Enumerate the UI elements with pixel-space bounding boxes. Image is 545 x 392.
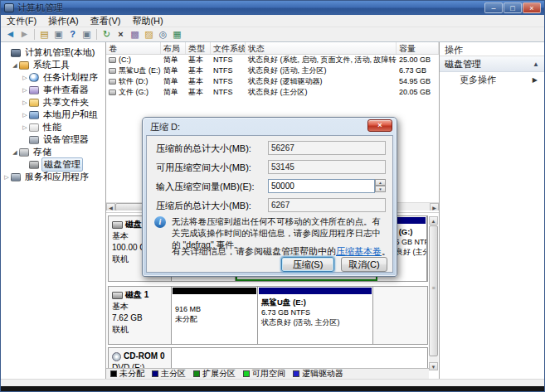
column-header-type[interactable]: 类型 (186, 42, 211, 54)
scrollbar-thumb[interactable]: ≡ (429, 225, 438, 356)
title-bar[interactable]: 计算机管理 – □ × (1, 1, 544, 15)
partition-legend: 未分配 主分区 扩展分区 可用空间 (106, 368, 429, 379)
device-manager-icon (29, 136, 39, 144)
help-line: 有关详细信息，请参阅磁盘管理帮助中的压缩基本卷。 (172, 245, 391, 258)
show-console-tree-icon[interactable]: ▤ (37, 28, 51, 41)
volume-icon (109, 68, 116, 74)
cancel-button[interactable]: 取消(C) (341, 257, 387, 272)
refresh-icon[interactable]: ↻ (100, 28, 114, 41)
volume-row-c[interactable]: (C:) 简单 基本 NTFS 状态良好 (系统, 启动, 页面文件, 活动, … (106, 55, 439, 65)
tree-item-task-scheduler[interactable]: ▷ 任务计划程序 (1, 71, 105, 84)
maximize-button[interactable]: □ (504, 2, 522, 13)
column-header-volume[interactable]: 卷 (106, 42, 161, 54)
disk-1-label[interactable]: 磁盘 1 基本 7.62 GB 联机 (109, 287, 172, 344)
expander-icon[interactable]: ▷ (21, 99, 29, 106)
stepper-up-icon[interactable]: ▲ (375, 179, 386, 186)
event-log-icon (29, 86, 39, 94)
expander-icon[interactable]: ◢ (11, 149, 19, 156)
disk-1-row: 磁盘 1 基本 7.62 GB 联机 916 MB 未分配 (108, 286, 428, 345)
scroll-up-icon[interactable]: ▲ (429, 216, 438, 225)
disk-1-partitions: 916 MB 未分配 黑鲨U盘 (E:) 6.73 GB NTFS 状态良好 (… (172, 287, 427, 344)
window-icon[interactable]: ▣ (51, 28, 66, 41)
status-bar (1, 379, 544, 386)
disk-icon (112, 221, 123, 229)
expander-icon[interactable]: ▷ (21, 112, 29, 119)
partition-unallocated[interactable]: 916 MB 未分配 (172, 287, 258, 344)
legend-swatch (293, 370, 299, 377)
column-header-layout[interactable]: 布局 (161, 42, 186, 54)
tree-item-storage[interactable]: ◢ 存储 (1, 146, 105, 158)
cd-icon (112, 352, 121, 361)
tree-item-disk-management[interactable]: 磁盘管理 (1, 158, 105, 171)
cdrom-0-label[interactable]: CD-ROM 0 DVD (F:) (109, 348, 172, 370)
menu-view[interactable]: 查看(V) (85, 15, 127, 27)
expander-icon[interactable]: ▷ (2, 174, 11, 181)
volume-row-g[interactable]: 文件 (G:) 简单 基本 NTFS 状态良好 (主分区) 20.05 GB (106, 87, 439, 98)
manage-icon[interactable]: ▦ (170, 28, 184, 41)
vertical-scrollbar[interactable]: ▲ ≡ ▼ (429, 216, 438, 370)
scroll-right-icon[interactable]: ▶ (430, 203, 439, 211)
expander-icon[interactable]: ▷ (21, 87, 29, 94)
partition-e[interactable]: 黑鲨U盘 (E:) 6.73 GB NTFS 状态良好 (活动, 主分区) (258, 287, 373, 344)
volume-row-e[interactable]: 黑鲨U盘 (E:) 简单 基本 NTFS 状态良好 (活动, 主分区) 6.73… (106, 65, 439, 76)
stepper-down-icon[interactable]: ▼ (375, 186, 386, 192)
submenu-arrow-icon: ▶ (533, 76, 538, 84)
menu-action[interactable]: 操作(A) (42, 15, 85, 27)
users-icon (29, 111, 39, 119)
search-icon[interactable]: ◎ (156, 28, 170, 41)
tree-item-performance[interactable]: ▷ 性能 (1, 121, 105, 133)
toolbar-separator (96, 29, 97, 40)
services-icon (11, 173, 21, 181)
help-icon[interactable]: ? (66, 28, 80, 41)
tree-item-local-users-groups[interactable]: ▷ 本地用户和组 (1, 109, 105, 121)
storage-icon (19, 148, 29, 157)
back-icon[interactable]: ◄ (3, 28, 17, 41)
shrink-amount-label: 输入压缩空间量(MB)(E): (156, 181, 255, 193)
tree-item-event-viewer[interactable]: ▷ 事件查看器 (1, 84, 105, 96)
toolbar: ◄ ► ▤ ▣ ? ▣ ↻ × ▩ ▨ ◎ ▦ (1, 27, 544, 42)
tree-item-system-tools[interactable]: ◢ 系统工具 (1, 59, 105, 71)
menu-file[interactable]: 文件(F) (1, 15, 42, 27)
column-header-status[interactable]: 状态 (246, 42, 397, 54)
clock-icon (29, 73, 39, 82)
more-actions-item[interactable]: 更多操作 ▶ (440, 72, 544, 88)
available-shrink-space-value: 53145 (268, 160, 386, 174)
column-header-capacity[interactable]: 容量 (397, 42, 439, 54)
legend-item: 扩展分区 (193, 368, 236, 380)
expander-icon[interactable]: ▷ (21, 75, 29, 81)
volume-icon (109, 57, 116, 63)
close-button[interactable]: × (523, 2, 541, 13)
tree-item-services-applications[interactable]: ▷ 服务和应用程序 (1, 171, 105, 183)
info-icon: i (154, 216, 166, 228)
delete-icon[interactable]: × (114, 28, 128, 41)
window-title: 计算机管理 (17, 2, 63, 14)
forward-icon[interactable]: ► (17, 28, 32, 41)
shrink-basic-volume-link[interactable]: 压缩基本卷 (336, 246, 382, 256)
collapse-icon[interactable]: ▲ (533, 60, 539, 68)
scroll-down-icon[interactable]: ▼ (429, 362, 438, 370)
computer-management-window: 计算机管理 – □ × 文件(F) 操作(A) 查看(V) 帮助(H) ◄ ► … (0, 0, 545, 392)
minimize-button[interactable]: – (484, 2, 503, 13)
actions-title: 操作 (440, 42, 544, 56)
menu-help[interactable]: 帮助(H) (126, 15, 168, 27)
tree-item-shared-folders[interactable]: ▷ 共享文件夹 (1, 96, 105, 109)
shrink-amount-stepper: ▲ ▼ (375, 179, 386, 193)
dialog-close-button[interactable]: × (367, 119, 392, 132)
performance-icon (29, 123, 39, 132)
open-folder-icon[interactable]: ▨ (142, 28, 156, 41)
shrink-amount-input[interactable] (268, 179, 375, 193)
tree-item-device-manager[interactable]: 设备管理器 (1, 133, 105, 146)
expander-icon[interactable]: ◢ (11, 62, 19, 69)
volume-row-d[interactable]: 软件 (D:) 简单 基本 NTFS 状态良好 (逻辑驱动器) 54.95 GB (106, 76, 439, 87)
column-header-filesystem[interactable]: 文件系统 (211, 42, 246, 54)
actions-panel: 操作 磁盘管理 ▲ 更多操作 ▶ (439, 42, 544, 379)
scroll-left-icon[interactable]: ◀ (106, 203, 115, 211)
bottom-strip (1, 386, 544, 391)
expander-icon[interactable]: ▷ (21, 124, 29, 131)
console-window-icon[interactable]: ▣ (80, 28, 94, 41)
shrink-button[interactable]: 压缩(S) (281, 257, 334, 272)
properties-icon[interactable]: ▩ (128, 28, 142, 41)
tree-item-computer-management[interactable]: 计算机管理(本地) (1, 46, 105, 59)
actions-section-disk-management[interactable]: 磁盘管理 ▲ (440, 56, 544, 72)
volume-icon (109, 79, 116, 85)
